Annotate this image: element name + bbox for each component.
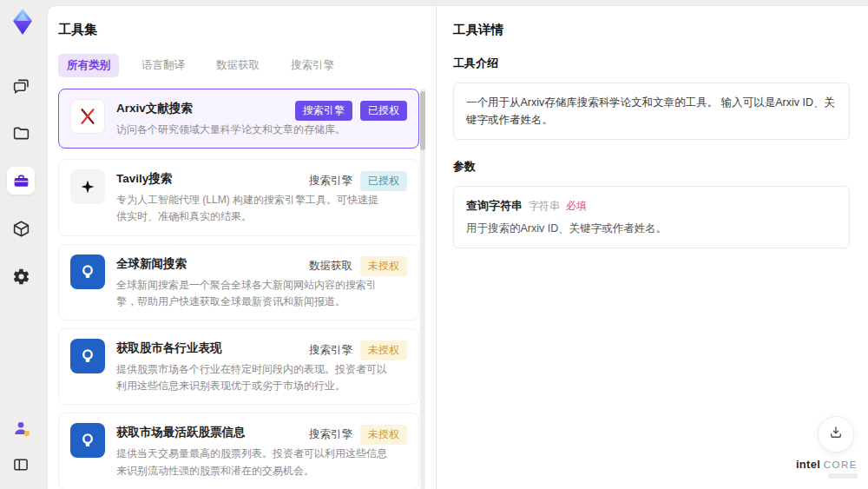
- gear-icon: [12, 268, 30, 286]
- tool-description: 提供当天交易量最高的股票列表。投资者可以利用这些信息来识别流动性强的股票和潜在的…: [116, 446, 387, 479]
- brand-core: core: [824, 459, 858, 470]
- download-button[interactable]: [818, 416, 854, 453]
- tool-card[interactable]: 全球新闻搜索 全球新闻搜索是一个聚合全球各大新闻网站内容的搜索引擎，帮助用户快速…: [58, 244, 419, 320]
- sparkle-icon: [70, 169, 105, 204]
- sidebar-item-chat[interactable]: [7, 71, 35, 99]
- tool-description: 专为人工智能代理 (LLM) 构建的搜索引擎工具。可快速提供实时、准确和真实的结…: [116, 192, 387, 225]
- newsblue-icon: [70, 423, 105, 458]
- tool-list: Arxiv文献搜索 访问各个研究领域大量科学论文和文章的存储库。 搜索引擎 已授…: [58, 89, 419, 489]
- newsblue-icon: [70, 339, 105, 373]
- tool-status-badge: 未授权: [360, 340, 407, 360]
- tool-card[interactable]: Tavily搜索 专为人工智能代理 (LLM) 构建的搜索引擎工具。可快速提供实…: [58, 159, 419, 235]
- detail-title: 工具详情: [453, 22, 850, 38]
- cube-icon: [12, 220, 30, 238]
- chat-icon: [12, 76, 30, 95]
- tool-category-badge: 搜索引擎: [309, 427, 352, 442]
- tool-category-badge: 搜索引擎: [295, 101, 352, 121]
- app-sidebar: [0, 0, 47, 489]
- category-tab[interactable]: 所有类别: [58, 54, 119, 77]
- sidebar-item-files[interactable]: [7, 119, 35, 147]
- sidebar-item-packages[interactable]: [7, 215, 35, 242]
- page-title: 工具集: [58, 22, 436, 38]
- collapse-panel-button[interactable]: [7, 451, 35, 479]
- download-icon: [828, 425, 844, 444]
- category-tab[interactable]: 数据获取: [207, 54, 268, 77]
- user-avatar[interactable]: [7, 414, 35, 442]
- folder-icon: [12, 124, 30, 142]
- tool-card[interactable]: Arxiv文献搜索 访问各个研究领域大量科学论文和文章的存储库。 搜索引擎 已授…: [58, 89, 419, 149]
- tool-description: 提供股票市场各个行业在特定时间段内的表现。投资者可以利用这些信息来识别表现优于或…: [116, 361, 387, 394]
- main-content: 工具集 所有类别语言翻译数据获取搜索引擎 Arxiv文献搜索 访问各个研究领域大…: [47, 5, 868, 489]
- sidebar-item-settings[interactable]: [7, 262, 35, 290]
- parameter-name: 查询字符串: [466, 198, 523, 214]
- tool-description: 全球新闻搜索是一个聚合全球各大新闻网站内容的搜索引擎，帮助用户快速获取全球最新资…: [116, 277, 387, 310]
- tool-detail-panel: 工具详情 工具介绍 一个用于从Arxiv存储库搜索科学论文和文章的工具。 输入可…: [437, 6, 868, 489]
- parameter-required-badge: 必填: [566, 199, 587, 214]
- arxiv-icon: [70, 99, 105, 134]
- parameter-description: 用于搜索的Arxiv ID、关键字或作者姓名。: [466, 221, 837, 236]
- tool-category-badge: 搜索引擎: [309, 174, 352, 188]
- brand-watermark: [828, 473, 858, 479]
- tool-category-badge: 数据获取: [309, 259, 352, 274]
- category-tab[interactable]: 搜索引擎: [282, 54, 343, 77]
- toolbox-icon: [12, 172, 30, 190]
- tool-status-badge: 未授权: [360, 256, 407, 276]
- parameter-card: 查询字符串 字符串 必填 用于搜索的Arxiv ID、关键字或作者姓名。: [453, 186, 850, 248]
- panel-toggle-icon: [12, 456, 30, 473]
- brand-intel: intel: [796, 458, 820, 471]
- tool-status-badge: 已授权: [360, 101, 407, 121]
- scrollbar-thumb[interactable]: [420, 91, 425, 150]
- app-logo-icon[interactable]: [10, 7, 36, 36]
- tool-status-badge: 未授权: [360, 425, 407, 445]
- parameter-type: 字符串: [529, 199, 560, 214]
- category-tab[interactable]: 语言翻译: [133, 54, 194, 77]
- brand-logo: intel core: [796, 458, 858, 479]
- tool-description: 访问各个研究领域大量科学论文和文章的存储库。: [116, 122, 387, 138]
- user-icon: [12, 420, 30, 437]
- tool-card[interactable]: 获取市场最活跃股票信息 提供当天交易量最高的股票列表。投资者可以利用这些信息来识…: [58, 413, 419, 489]
- sidebar-item-tools[interactable]: [7, 167, 35, 195]
- tool-list-panel: 工具集 所有类别语言翻译数据获取搜索引擎 Arxiv文献搜索 访问各个研究领域大…: [48, 6, 437, 489]
- params-heading: 参数: [453, 159, 850, 175]
- tool-intro-card: 一个用于从Arxiv存储库搜索科学论文和文章的工具。 输入可以是Arxiv ID…: [453, 83, 850, 140]
- category-tabs: 所有类别语言翻译数据获取搜索引擎: [58, 54, 436, 77]
- intro-heading: 工具介绍: [453, 56, 850, 71]
- tool-category-badge: 搜索引擎: [309, 343, 352, 358]
- tool-status-badge: 已授权: [360, 171, 407, 191]
- list-scrollbar[interactable]: ▼: [420, 89, 425, 489]
- newsblue-icon: [70, 254, 105, 289]
- tool-card[interactable]: 获取股市各行业表现 提供股票市场各个行业在特定时间段内的表现。投资者可以利用这些…: [58, 328, 419, 405]
